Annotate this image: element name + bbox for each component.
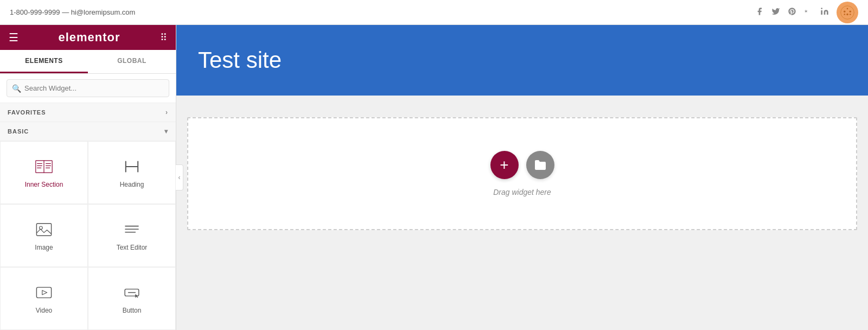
- drop-label: Drag widget here: [493, 188, 551, 196]
- image-icon: [34, 220, 54, 239]
- menu-icon[interactable]: ☰: [9, 31, 18, 44]
- widget-video[interactable]: Video: [0, 267, 88, 330]
- svg-point-3: [844, 10, 846, 12]
- svg-rect-23: [36, 287, 51, 297]
- top-bar: 1-800-999-9999 — hi@loremipsum.com ✶: [0, 0, 868, 25]
- twitter-icon[interactable]: [771, 7, 780, 18]
- tab-global[interactable]: GLOBAL: [88, 50, 176, 73]
- sidebar-tabs: ELEMENTS GLOBAL: [0, 50, 176, 74]
- sidebar: ☰ elementor ⠿ ELEMENTS GLOBAL 🔍 FAVORITE…: [0, 25, 176, 330]
- widget-search-container: 🔍: [0, 74, 176, 103]
- text-editor-label: Text Editor: [117, 244, 148, 251]
- text-editor-icon: [122, 220, 142, 239]
- svg-point-7: [850, 14, 851, 15]
- tab-elements[interactable]: ELEMENTS: [0, 50, 88, 73]
- svg-rect-18: [36, 224, 51, 236]
- elementor-logo: elementor: [58, 30, 120, 45]
- image-label: Image: [35, 244, 53, 251]
- drop-zone-buttons: +: [490, 151, 554, 179]
- contact-info: 1-800-999-9999 — hi@loremipsum.com: [10, 8, 135, 16]
- widget-grid: Inner Section Heading: [0, 141, 176, 330]
- button-label: Button: [123, 307, 142, 314]
- basic-section-header[interactable]: BASIC ▾: [0, 122, 176, 141]
- canvas: Test site + Drag widget here: [176, 25, 868, 330]
- sidebar-header: ☰ elementor ⠿: [0, 25, 176, 50]
- site-header-banner: Test site: [176, 25, 868, 96]
- heading-label: Heading: [120, 181, 144, 188]
- basic-label: BASIC: [8, 128, 29, 135]
- svg-point-2: [840, 5, 855, 20]
- basic-arrow-icon: ▾: [164, 128, 168, 135]
- user-avatar[interactable]: [837, 2, 858, 23]
- button-icon: [122, 283, 142, 302]
- search-input[interactable]: [7, 79, 169, 97]
- favorites-label: FAVORITES: [8, 109, 46, 116]
- add-widget-button[interactable]: +: [490, 151, 519, 179]
- widget-heading[interactable]: Heading: [88, 141, 176, 204]
- inner-section-label: Inner Section: [25, 181, 63, 188]
- sidebar-collapse-handle[interactable]: ‹: [176, 164, 183, 191]
- svg-marker-24: [42, 290, 47, 295]
- heading-icon: [122, 157, 142, 176]
- facebook-icon[interactable]: [755, 7, 764, 18]
- template-button[interactable]: [526, 151, 554, 179]
- social-icons: ✶: [755, 2, 858, 23]
- widget-image[interactable]: Image: [0, 204, 88, 267]
- favorites-arrow-icon: ›: [165, 109, 168, 116]
- svg-point-1: [821, 8, 822, 9]
- search-icon: 🔍: [12, 84, 21, 93]
- inner-section-icon: [34, 157, 54, 176]
- svg-point-5: [846, 13, 848, 15]
- svg-point-6: [844, 14, 845, 15]
- site-title: Test site: [198, 47, 282, 73]
- pinterest-icon[interactable]: [788, 7, 796, 18]
- main-layout: ☰ elementor ⠿ ELEMENTS GLOBAL 🔍 FAVORITE…: [0, 25, 868, 330]
- video-label: Video: [36, 307, 52, 314]
- svg-point-19: [40, 226, 43, 230]
- widget-button[interactable]: Button: [88, 267, 176, 330]
- favorites-section-header[interactable]: FAVORITES ›: [0, 103, 176, 122]
- widget-text-editor[interactable]: Text Editor: [88, 204, 176, 267]
- grid-icon[interactable]: ⠿: [160, 31, 167, 43]
- yelp-icon[interactable]: ✶: [804, 7, 813, 18]
- svg-point-8: [847, 8, 848, 9]
- video-icon: [34, 283, 54, 302]
- canvas-content: + Drag widget here: [176, 96, 868, 330]
- drop-zone[interactable]: + Drag widget here: [187, 117, 857, 230]
- svg-text:✶: ✶: [804, 8, 808, 14]
- linkedin-icon[interactable]: [820, 7, 829, 18]
- svg-point-4: [850, 10, 852, 12]
- widget-inner-section[interactable]: Inner Section: [0, 141, 88, 204]
